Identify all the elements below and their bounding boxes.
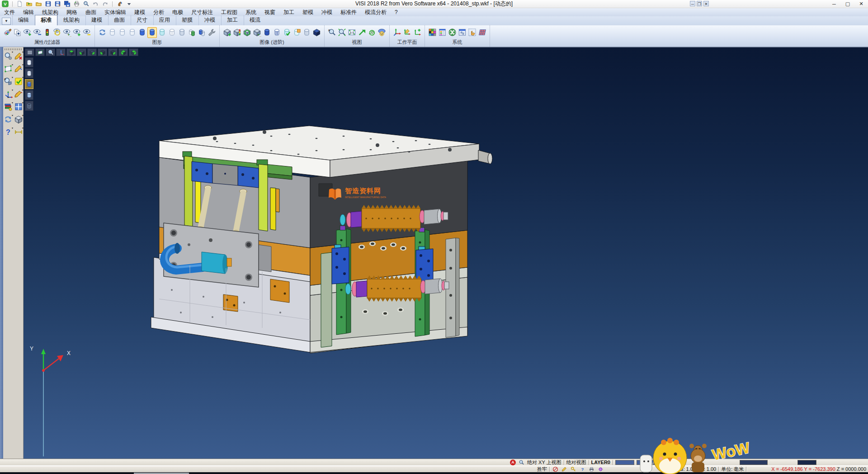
cylinder-ghost-mode-icon[interactable]	[25, 57, 33, 67]
gift-icon[interactable]	[597, 466, 604, 472]
zoom-extents-icon[interactable]	[337, 27, 347, 38]
visibility-traffic-light-icon[interactable]	[42, 27, 52, 38]
maximize-button[interactable]: ▢	[841, 0, 854, 8]
redo-icon[interactable]	[101, 0, 109, 7]
save-icon[interactable]	[44, 0, 52, 7]
system-settings-icon[interactable]	[458, 27, 467, 38]
zoom-actual-size-icon[interactable]: 1:1	[347, 27, 357, 38]
measure-distance-icon[interactable]: ▼	[14, 128, 24, 138]
mdi-restore-button[interactable]: ❐	[697, 1, 702, 6]
solid-cube-icon[interactable]: ▼	[14, 115, 24, 125]
mdi-close-button[interactable]: ✕	[703, 1, 709, 6]
system-tools-globe-icon[interactable]	[448, 27, 457, 38]
cylinder-ghost-2-icon[interactable]	[118, 27, 127, 38]
macro-icon[interactable]	[116, 0, 123, 7]
help-icon[interactable]: ?	[579, 466, 586, 472]
color-swatch-1[interactable]	[615, 460, 634, 465]
toolbar-tab-7[interactable]: 塑膜	[176, 15, 198, 25]
cylinder-shaded-active-icon[interactable]	[147, 27, 157, 38]
cylinder-striped-icon[interactable]	[272, 27, 282, 38]
toolbar-tab-3[interactable]: 建模	[85, 15, 108, 25]
cylinder-wireframe-icon[interactable]	[177, 27, 187, 38]
view-mode-label[interactable]: 绝对 XY 上视图	[527, 459, 561, 466]
workplane-mini-icon[interactable]	[35, 48, 45, 56]
render-settings-icon[interactable]	[207, 27, 217, 38]
open-folder-icon[interactable]	[35, 0, 42, 7]
attribute-brush-icon[interactable]	[3, 27, 12, 38]
workplane-axes-new-icon[interactable]	[412, 27, 422, 38]
workplane-axes-icon[interactable]	[392, 27, 402, 38]
cylinder-outline-mode-icon[interactable]	[25, 68, 33, 78]
cylinder-ghost-3-icon[interactable]	[127, 27, 137, 38]
view-eye-smiley-icon[interactable]	[377, 27, 387, 38]
zoom-preview-icon[interactable]: ▼	[4, 52, 13, 62]
zoom-solid-icon[interactable]: ±▼	[4, 77, 13, 87]
menu-item-18[interactable]: ?	[391, 9, 402, 16]
help-question-icon[interactable]: ?▼	[4, 128, 13, 138]
view-cube-right-icon[interactable]	[108, 48, 118, 56]
viewport-menu-icon[interactable]	[25, 48, 34, 56]
sidebar-grip[interactable]	[5, 48, 22, 50]
toolbar-tab-5[interactable]: 尺寸	[131, 15, 153, 25]
validate-check-icon[interactable]: ▼	[14, 77, 24, 87]
minimize-button[interactable]: ─	[827, 0, 841, 8]
sketch-pencil-icon[interactable]: ▼	[14, 64, 24, 75]
view-cube-iso-rear-icon[interactable]	[129, 48, 138, 56]
key-icon[interactable]	[570, 466, 577, 472]
cylinder-shaded-mode-icon[interactable]	[25, 79, 33, 89]
menu-item-13[interactable]: 加工	[279, 8, 298, 17]
edit-curve-icon[interactable]: ▼	[14, 90, 24, 100]
save-all-icon[interactable]	[63, 0, 71, 7]
toolbar-tab-1[interactable]: 标准	[35, 15, 57, 25]
toolbar-tab-8[interactable]: 冲模	[198, 15, 221, 25]
show-entities-icon[interactable]	[23, 27, 32, 38]
show-all-icon[interactable]	[72, 27, 82, 38]
cylinder-mixed-icon[interactable]	[187, 27, 197, 38]
view-cube-top-icon[interactable]	[66, 48, 76, 56]
cylinder-ghost-1-icon[interactable]	[108, 27, 117, 38]
show-hide-toggle-icon[interactable]: +_	[62, 27, 72, 38]
close-button[interactable]: ✕	[854, 0, 868, 8]
toolbar-tab-10[interactable]: 模流	[244, 15, 266, 25]
hide-all-icon[interactable]	[82, 27, 92, 38]
refresh-view-icon[interactable]: ▼	[4, 115, 13, 125]
menu-item-16[interactable]: 标准件	[336, 8, 361, 17]
layer-windows-icon[interactable]: ▼	[14, 102, 24, 113]
cylinder-shaded-icon[interactable]	[137, 27, 147, 38]
shade-toggle-icon[interactable]: +_	[252, 27, 262, 38]
plane-frame-icon[interactable]: ▼	[4, 64, 13, 75]
color-palette-grid-icon[interactable]	[428, 27, 437, 38]
view-cube-back-icon[interactable]	[87, 48, 97, 56]
zoom-window-icon[interactable]: ±	[327, 27, 337, 38]
active-layer-label[interactable]: LAYER0	[591, 460, 610, 465]
menu-item-17[interactable]: 模流分析	[361, 8, 391, 17]
mdi-minimize-button[interactable]: ─	[690, 1, 695, 6]
new-file-icon[interactable]	[16, 0, 24, 7]
redraw-icon[interactable]	[98, 27, 107, 38]
view-rotate-icon[interactable]	[367, 27, 377, 38]
toolbar-options-icon[interactable]	[125, 0, 133, 7]
cylinder-clip-icon[interactable]	[292, 27, 302, 38]
view-cube-left-icon[interactable]	[98, 48, 107, 56]
grid-settings-icon[interactable]	[477, 27, 487, 38]
toolbar-tab-6[interactable]: 应用	[153, 15, 176, 25]
cylinder-check-icon[interactable]	[282, 27, 292, 38]
layer-magnifier-icon[interactable]	[518, 460, 525, 465]
toolbar-tab-0[interactable]: 编辑	[12, 15, 35, 25]
toolbar-tab-2[interactable]: 线架构	[57, 15, 85, 25]
view-arrow-icon[interactable]	[357, 27, 367, 38]
delete-pencil-icon[interactable]: ▼	[14, 52, 24, 62]
shade-refresh-icon[interactable]	[242, 27, 252, 38]
cylinder-flat-mode-icon[interactable]	[25, 90, 33, 100]
shade-traffic-light-icon[interactable]	[232, 27, 242, 38]
visibility-refresh-icon[interactable]	[52, 27, 62, 38]
cylinder-solid-icon[interactable]	[262, 27, 272, 38]
menu-item-14[interactable]: 塑模	[298, 8, 317, 17]
visi-logo-icon[interactable]: V	[1, 0, 9, 7]
print-preview-icon[interactable]	[82, 0, 90, 7]
save-as-icon[interactable]	[54, 0, 61, 7]
zoom-mini-icon[interactable]	[46, 48, 55, 56]
print-icon[interactable]	[73, 0, 80, 7]
cube-dark-icon[interactable]	[312, 27, 321, 38]
color-swatch-4[interactable]	[797, 460, 816, 465]
